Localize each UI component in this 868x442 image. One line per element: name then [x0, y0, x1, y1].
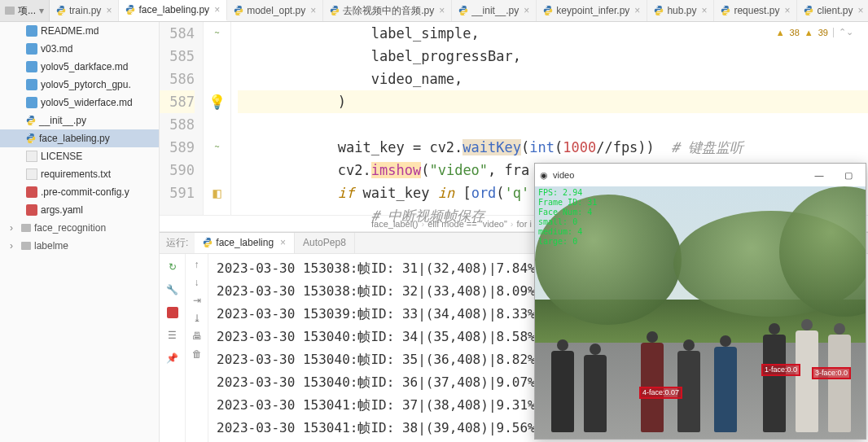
svg-point-20	[29, 134, 30, 135]
code-line: video_name,	[238, 68, 868, 90]
tab-label: train.py	[69, 5, 101, 16]
run-tab-inactive[interactable]: AutoPep8	[295, 233, 355, 253]
up-button[interactable]: ↑	[195, 259, 199, 270]
svg-point-7	[335, 14, 336, 15]
svg-point-8	[462, 7, 462, 7]
settings-button[interactable]: 🔧	[164, 282, 181, 298]
code-line: )	[238, 90, 868, 113]
editor-tab[interactable]: request.py×	[714, 0, 797, 21]
editor-tab[interactable]: face_labeling.py×	[119, 0, 227, 21]
markdown-icon	[26, 43, 37, 55]
chevron-right-icon: ›	[10, 240, 18, 252]
tree-file-label: LICENSE	[41, 151, 82, 162]
code-line: label_simple,	[238, 22, 868, 45]
tree-file[interactable]: face_labeling.py	[0, 129, 159, 147]
svg-point-16	[807, 7, 808, 7]
svg-point-13	[660, 14, 660, 15]
tree-file[interactable]: yolov5_darkface.md	[0, 58, 159, 76]
tree-file-label: README.md	[41, 25, 99, 37]
tree-file[interactable]: requirements.txt	[0, 165, 159, 183]
tab-label: face_labeling.py	[138, 4, 209, 15]
close-icon[interactable]: ×	[784, 5, 790, 16]
bulb-icon[interactable]: 💡	[208, 90, 226, 113]
video-window[interactable]: ◉ video — ▢ FPS: 2.94 Frame ID: 31 Face …	[534, 163, 866, 440]
svg-point-18	[29, 116, 30, 117]
tab-label: keypoint_infer.py	[556, 5, 629, 16]
tree-file-label: requirements.txt	[41, 168, 111, 180]
opencv-icon: ◉	[540, 170, 548, 181]
stop-button[interactable]	[164, 304, 181, 321]
close-icon[interactable]: ×	[634, 5, 640, 16]
svg-point-10	[546, 7, 547, 7]
close-icon[interactable]: ×	[106, 5, 112, 16]
svg-point-17	[809, 14, 810, 15]
tree-file-label: yolov5_widerface.md	[41, 97, 133, 108]
close-icon[interactable]: ×	[310, 5, 316, 16]
video-window-titlebar[interactable]: ◉ video — ▢	[535, 164, 866, 186]
code-line	[238, 113, 868, 136]
tab-label: __init__.py	[471, 5, 519, 16]
tree-folder[interactable]: ›labelme	[0, 237, 159, 255]
file-icon	[26, 151, 37, 162]
tree-file-label: .pre-commit-config.y	[41, 186, 129, 198]
run-tab-label: face_labeling	[216, 237, 274, 248]
tree-file[interactable]: args.yaml	[0, 201, 159, 219]
tree-file[interactable]: yolov5_pytorch_gpu.	[0, 76, 159, 94]
close-icon[interactable]: ×	[214, 4, 220, 15]
svg-point-23	[208, 246, 209, 247]
tree-file[interactable]: __init__.py	[0, 112, 159, 129]
print-button[interactable]: 🖶	[192, 330, 202, 342]
project-tree: README.mdv03.mdyolov5_darkface.mdyolov5_…	[0, 22, 160, 442]
project-selector[interactable]: 项... ▾	[0, 0, 50, 21]
shield-icon: ◧	[213, 182, 221, 204]
chevron-right-icon: ›	[10, 222, 18, 234]
tree-file[interactable]: v03.md	[0, 40, 159, 58]
run-controls: ↻ 🔧 ☰ 📌	[160, 254, 186, 442]
minimize-button[interactable]: —	[807, 166, 831, 184]
close-icon[interactable]: ×	[858, 5, 864, 16]
editor-tab[interactable]: __init__.py×	[452, 0, 537, 21]
maximize-button[interactable]: ▢	[836, 166, 861, 184]
wrap-button[interactable]: ⇥	[193, 295, 201, 306]
markdown-icon	[26, 61, 37, 72]
tree-file[interactable]: LICENSE	[0, 147, 159, 165]
close-icon[interactable]: ×	[280, 237, 286, 248]
svg-point-0	[59, 7, 60, 7]
face-detection-box: 3-face:0.0	[812, 367, 851, 379]
rerun-button[interactable]: ↻	[164, 259, 181, 275]
layout-button[interactable]: ☰	[164, 327, 181, 344]
close-icon[interactable]: ×	[439, 5, 445, 16]
close-icon[interactable]: ×	[701, 5, 707, 16]
scroll-button[interactable]: ⤓	[193, 313, 201, 324]
svg-point-1	[62, 14, 63, 15]
pin-button[interactable]: 📌	[164, 350, 181, 366]
close-icon[interactable]: ×	[524, 5, 529, 16]
editor-tab[interactable]: keypoint_infer.py×	[537, 0, 647, 21]
tree-file[interactable]: yolov5_widerface.md	[0, 94, 159, 112]
line-number: 590	[160, 159, 195, 182]
editor-tab[interactable]: hub.py×	[647, 0, 714, 21]
face-detection-box: 1-face:0.0	[761, 364, 800, 376]
run-controls-secondary: ↑ ↓ ⇥ ⤓ 🖶 🗑	[186, 254, 208, 442]
code-line: label_progressBar,	[238, 45, 868, 68]
tab-label: model_opt.py	[247, 5, 305, 16]
tree-folder[interactable]: ›face_recognition	[0, 219, 159, 237]
tree-file-label: yolov5_pytorch_gpu.	[41, 79, 131, 90]
editor-tab[interactable]: train.py×	[50, 0, 119, 21]
tree-file[interactable]: README.md	[0, 22, 159, 40]
down-button[interactable]: ↓	[195, 277, 199, 288]
folder-icon	[21, 242, 31, 250]
run-tab-active[interactable]: face_labeling ×	[195, 233, 295, 253]
editor-tab[interactable]: 去除视频中的音频.py×	[323, 0, 452, 21]
tab-label: 去除视频中的音频.py	[343, 4, 434, 18]
svg-point-22	[206, 239, 207, 239]
tree-file[interactable]: .pre-commit-config.y	[0, 183, 159, 201]
folder-icon	[21, 224, 31, 232]
line-number: 586	[160, 68, 195, 90]
editor-tab[interactable]: model_opt.py×	[227, 0, 323, 21]
editor-tab[interactable]: client.py×	[797, 0, 868, 21]
line-number: 588	[160, 113, 195, 136]
svg-point-11	[549, 14, 550, 15]
tab-label: hub.py	[667, 5, 696, 16]
delete-button[interactable]: 🗑	[192, 348, 202, 360]
